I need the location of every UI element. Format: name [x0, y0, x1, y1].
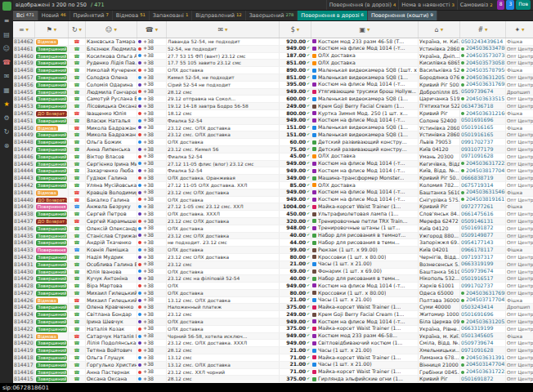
- ttn-number[interactable]: 0509739674: [460, 89, 506, 96]
- status-badge[interactable]: Завершений: [36, 147, 67, 153]
- status-badge[interactable]: Завершений: [36, 212, 67, 217]
- call-icon[interactable]: ☎: [69, 318, 86, 325]
- order-row[interactable]: 814433Повернення (з...☎Ксенія Лемішка+38…: [13, 247, 533, 254]
- ttn-number[interactable]: 0501916517: [460, 275, 506, 282]
- status-badge[interactable]: ДО Возврат ож.: [36, 111, 67, 117]
- ttn-number[interactable]: 2045031477045: [460, 362, 506, 368]
- ttn-number[interactable]: 2045036334786: [460, 46, 506, 52]
- call-icon[interactable]: ☎: [69, 89, 86, 96]
- call-icon[interactable]: ☎: [69, 46, 86, 52]
- order-row[interactable]: 814462Відмова☎Канєвська Тамара+38Лаванда…: [13, 38, 533, 46]
- order-row[interactable]: 814450Відмова☎Микола Бадражан+3823.12 см…: [13, 125, 533, 132]
- order-row[interactable]: 814437ДО Возврат ож.☎Сергей Карамышев+38…: [13, 218, 533, 225]
- order-row[interactable]: 814461Завершений☎Блєзнюк Людмила А...+38…: [13, 46, 533, 53]
- filter-chip[interactable]: 3: [506, 0, 514, 10]
- tab-Повернення в дорозі[interactable]: Повернення в дорозі6: [298, 11, 368, 20]
- order-row[interactable]: 814439Повернення (з...☎Анжела Безруку+38…: [13, 203, 533, 211]
- filter-icon[interactable]: ▼: [441, 28, 443, 32]
- call-icon[interactable]: ☎: [69, 74, 86, 81]
- call-icon[interactable]: ☎: [69, 340, 86, 346]
- ttn-number[interactable]: 2045038191617: [460, 197, 506, 203]
- ttn-number[interactable]: 2045036312052: [460, 74, 506, 81]
- order-row[interactable]: 814428Завершений☎Віра Мартова+38ОЛХ949.0…: [13, 283, 533, 290]
- ttn-number[interactable]: 2045038177045: [460, 167, 506, 174]
- status-badge[interactable]: Відмова: [36, 190, 58, 196]
- status-badge[interactable]: Завершений: [36, 226, 67, 232]
- star-icon[interactable]: ★: [3, 100, 9, 108]
- ttn-number[interactable]: 0634736718: [460, 103, 506, 109]
- status-badge[interactable]: Відмова: [36, 126, 58, 131]
- call-icon[interactable]: ☎: [69, 233, 86, 239]
- status-badge[interactable]: Завершений: [36, 104, 67, 109]
- call-icon[interactable]: ☎: [69, 146, 86, 153]
- status-badge[interactable]: Відмова: [36, 298, 58, 304]
- order-row[interactable]: 814416Завершений☎Анна Пастернак+3823.12 …: [13, 369, 533, 376]
- call-icon[interactable]: ☎: [69, 175, 86, 181]
- tab-Відмова[interactable]: Відмова51: [113, 11, 150, 20]
- clients-icon[interactable]: ☺: [3, 45, 10, 52]
- ttn-number[interactable]: 0991702737: [460, 283, 506, 289]
- ttn-number[interactable]: 0971091628: [460, 347, 506, 354]
- ttn-number[interactable]: 2045036317698: [460, 82, 506, 88]
- status-badge[interactable]: Завершений: [36, 312, 67, 318]
- filter-icon[interactable]: ▼: [485, 28, 487, 32]
- ttn-number[interactable]: 2045037177045: [460, 297, 506, 304]
- mail-icon[interactable]: ✉: [4, 73, 10, 80]
- order-row[interactable]: 814455Завершений☎Людмила Гончарова+3828.…: [13, 89, 533, 96]
- ttn-number[interactable]: 0509739674: [460, 269, 506, 275]
- status-badge[interactable]: Завершений: [36, 162, 67, 167]
- ttn-number[interactable]: 2045036312052: [460, 318, 506, 325]
- call-icon[interactable]: ☎: [69, 304, 86, 310]
- ttn-number[interactable]: 0509146131: [460, 218, 506, 225]
- call-icon[interactable]: ☎: [69, 283, 86, 289]
- status-badge[interactable]: Завершений: [36, 363, 67, 368]
- filter-chip[interactable]: 8: [497, 0, 505, 10]
- status-badge[interactable]: Завершений: [36, 262, 67, 268]
- call-icon[interactable]: ☎: [69, 347, 86, 354]
- filter-icon[interactable]: ▼: [225, 28, 227, 32]
- order-row[interactable]: 814441Відмова☎Кравців Володимир+3823.12 …: [13, 189, 533, 197]
- tab-Всі[interactable]: Всі471: [13, 11, 38, 20]
- ttn-number[interactable]: 0966178117: [460, 247, 506, 253]
- ttn-number[interactable]: 0509739674: [460, 340, 506, 346]
- col-client[interactable]: ☺▼: [86, 21, 137, 38]
- call-icon[interactable]: ☎: [69, 154, 86, 160]
- call-icon[interactable]: ☎: [69, 131, 86, 138]
- call-icon[interactable]: ☎: [69, 261, 86, 268]
- status-badge[interactable]: Завершений: [36, 240, 67, 246]
- call-icon[interactable]: ☎: [69, 189, 86, 196]
- ttn-number[interactable]: 2045035730581: [460, 60, 506, 66]
- call-icon[interactable]: ☎: [69, 82, 86, 88]
- status-badge[interactable]: Завершений: [36, 234, 67, 239]
- call-icon[interactable]: ☎: [69, 96, 86, 102]
- refresh-icon[interactable]: ↻: [4, 128, 10, 136]
- filter-icon[interactable]: ▼: [114, 28, 116, 32]
- ttn-number[interactable]: 0661475616: [460, 211, 506, 217]
- ttn-number[interactable]: 0501691696: [460, 311, 506, 318]
- order-row[interactable]: 814446Завершений☎Віктор Власов+38Фиалка …: [13, 154, 533, 161]
- ttn-number[interactable]: 2045036317698: [460, 290, 506, 296]
- ttn-number[interactable]: 0954177143: [460, 239, 506, 246]
- status-badge[interactable]: Завершений: [36, 140, 67, 145]
- order-row[interactable]: 814422Завершений☎Наталія Козак+38ОЛХ дос…: [13, 326, 533, 333]
- stats-icon[interactable]: ▦: [3, 87, 10, 94]
- order-row[interactable]: 814426Відмова☎Михаил Гилецький+3813.12 с…: [13, 297, 533, 305]
- ttn-number[interactable]: 0501691872: [460, 376, 506, 382]
- status-badge[interactable]: Завершений: [36, 283, 67, 289]
- col-actions[interactable]: ↻▼: [69, 21, 86, 38]
- sip-number[interactable]: sip:0672818601: [2, 385, 49, 391]
- tab-Прийнятий[interactable]: Прийнятий7: [70, 11, 113, 20]
- ttn-number[interactable]: 0501916165: [460, 125, 506, 131]
- filter-icon[interactable]: ▼: [26, 28, 29, 32]
- tab-Повернення (в дорозі)[interactable]: Повернення (в дорозі)4: [326, 0, 399, 10]
- ttn-number[interactable]: 0509149877: [460, 233, 506, 239]
- ttn-number[interactable]: 0663319199: [460, 261, 506, 268]
- ttn-number[interactable]: 0501345605: [460, 333, 506, 340]
- order-row[interactable]: 814436Завершений☎Олексій Олександро...+3…: [13, 225, 533, 233]
- col-price[interactable]: $▼: [280, 21, 311, 38]
- call-icon[interactable]: ☎: [69, 118, 86, 124]
- order-row[interactable]: 814427Завершений☎Михаил Гилецький+38ОЛХ …: [13, 290, 533, 297]
- order-row[interactable]: 814435Завершений☎Станіслав Стрижак+3823.…: [13, 233, 533, 240]
- order-row[interactable]: 814418Завершений☎Ольга Глущук+3813.12 см…: [13, 354, 533, 362]
- call-icon[interactable]: ☎: [69, 110, 86, 117]
